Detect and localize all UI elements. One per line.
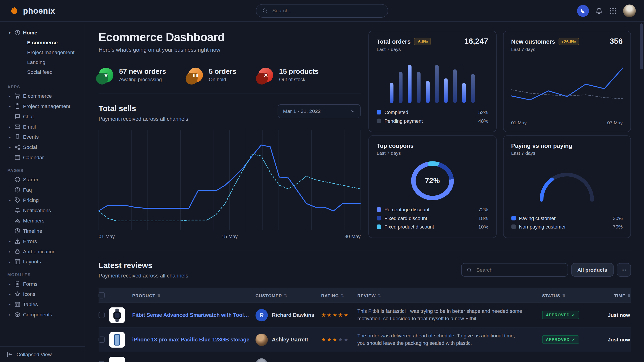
sidebar-subitem-landing[interactable]: Landing: [6, 57, 80, 67]
caret-down-icon[interactable]: ▾: [8, 31, 12, 35]
card-title: Total orders: [376, 38, 410, 45]
sidebar-item-faq[interactable]: Faq: [6, 185, 80, 195]
customer-avatar: [256, 333, 268, 346]
notifications-bell-icon[interactable]: [595, 7, 603, 14]
sidebar-item-chat[interactable]: Chat: [6, 111, 80, 121]
stat-caption: On hold: [209, 77, 236, 82]
sidebar-item-authentication[interactable]: ▸ Authentication: [6, 246, 80, 257]
sidebar-item-home[interactable]: ▾ Home: [6, 27, 80, 38]
product-thumbnail[interactable]: [109, 357, 125, 362]
column-header-product[interactable]: Product⇅: [132, 293, 256, 298]
total-sells-chart[interactable]: [99, 130, 361, 230]
sidebar-section-apps: APPS: [8, 84, 80, 89]
product-link[interactable]: Fitbit Sense Advanced Smartwatch with To…: [132, 312, 256, 318]
column-header-time[interactable]: Time⇅: [592, 293, 631, 298]
caret-right-icon[interactable]: ▸: [8, 292, 12, 296]
sidebar-item-label: E commerce: [23, 93, 52, 99]
caret-right-icon[interactable]: ▸: [8, 135, 12, 139]
date-range-select[interactable]: Mar 1 - 31, 2022: [278, 104, 361, 118]
row-checkbox[interactable]: [99, 337, 105, 343]
sidebar-section-modules: MODULES: [8, 273, 80, 277]
sidebar-item-social[interactable]: ▸ Social: [6, 142, 80, 152]
customer-cell[interactable]: Ashley Garrett: [256, 333, 321, 346]
collapse-sidebar-icon: [6, 351, 13, 358]
sidebar-item-icons[interactable]: ▸ Icons: [6, 289, 80, 299]
sidebar-item-label: Icons: [23, 291, 35, 297]
total-orders-bar-chart[interactable]: [376, 52, 488, 108]
sidebar-item-email[interactable]: ▸ Email: [6, 121, 80, 132]
main-content: Ecommerce Dashboard Here's what's going …: [85, 22, 644, 362]
customer-cell[interactable]: R Richard Dawkins: [256, 309, 321, 321]
caret-right-icon[interactable]: ▸: [8, 249, 12, 253]
column-header-status[interactable]: Status⇅: [538, 293, 592, 298]
search-input[interactable]: [272, 7, 382, 14]
product-thumbnail-phone[interactable]: [109, 332, 125, 348]
caret-right-icon[interactable]: ▸: [8, 198, 12, 202]
caret-right-icon[interactable]: ▸: [8, 239, 12, 243]
caret-right-icon[interactable]: ▸: [8, 94, 12, 98]
card-title: Paying vs non paying: [511, 142, 572, 149]
sidebar-subitem-social-feed[interactable]: Social feed: [6, 67, 80, 77]
caret-right-icon[interactable]: ▸: [8, 104, 12, 108]
collapsed-view-toggle[interactable]: Collapsed View: [0, 346, 84, 362]
sidebar-item-calendar[interactable]: Calendar: [6, 152, 80, 163]
chat-bubble-icon: [14, 113, 20, 120]
new-customers-chart[interactable]: [511, 55, 622, 118]
sidebar-subitem-project-management[interactable]: Project management: [6, 48, 80, 57]
sidebar-item-errors[interactable]: ▸ Errors: [6, 236, 80, 246]
row-checkbox[interactable]: [99, 361, 105, 362]
check-icon: ✓: [572, 338, 575, 342]
customer-avatar: [256, 358, 268, 362]
theme-toggle-button[interactable]: [577, 5, 589, 16]
sidebar-item-timeline[interactable]: Timeline: [6, 226, 80, 236]
paying-gauge-chart[interactable]: [511, 156, 622, 214]
select-all-checkbox[interactable]: [99, 292, 105, 299]
column-header-customer[interactable]: Customer⇅: [256, 293, 321, 298]
sidebar-subitem-ecommerce[interactable]: E commerce: [6, 38, 80, 48]
legend-swatch: [376, 207, 381, 212]
sidebar-item-layouts[interactable]: ▸ Layouts: [6, 257, 80, 267]
product-link[interactable]: iPhone 13 pro max-Pacific Blue-128GB sto…: [132, 337, 256, 343]
apps-grid-icon[interactable]: [609, 7, 617, 14]
caret-right-icon[interactable]: ▸: [8, 260, 12, 264]
sidebar-item-starter[interactable]: Starter: [6, 174, 80, 185]
caret-right-icon[interactable]: ▸: [8, 125, 12, 129]
row-checkbox[interactable]: [99, 312, 105, 318]
caret-right-icon[interactable]: ▸: [8, 313, 12, 317]
legend-swatch: [376, 110, 381, 114]
sidebar-item-ecommerce-app[interactable]: ▸ E commerce: [6, 91, 80, 101]
sidebar-item-members[interactable]: Members: [6, 216, 80, 226]
caret-right-icon[interactable]: ▸: [8, 282, 12, 286]
sidebar-item-tables[interactable]: ▸ Tables: [6, 299, 80, 310]
reviews-search[interactable]: [461, 263, 568, 277]
customer-name: Richard Dawkins: [272, 312, 314, 318]
sidebar-item-notifications[interactable]: Notifications: [6, 205, 80, 216]
scrollbar[interactable]: [640, 23, 643, 69]
sidebar-item-pricing[interactable]: ▸ Pricing: [6, 195, 80, 205]
more-options-button[interactable]: ⋯: [617, 263, 631, 277]
top-coupons-donut-chart[interactable]: 72%: [411, 161, 454, 200]
user-avatar[interactable]: [623, 4, 636, 17]
reviews-search-input[interactable]: [476, 267, 562, 273]
caret-right-icon[interactable]: ▸: [8, 302, 12, 306]
table-icon: [14, 301, 20, 308]
customer-cell[interactable]: [256, 358, 321, 362]
global-search[interactable]: [256, 4, 388, 17]
mail-icon: [14, 123, 20, 130]
sidebar-item-forms[interactable]: ▸ Forms: [6, 279, 80, 289]
page-subtitle: Here's what's going on at your business …: [99, 47, 361, 53]
latest-reviews-subtitle: Payment received across all channels: [99, 273, 188, 279]
phoenix-logo-icon: [9, 5, 19, 16]
sidebar-item-events[interactable]: ▸ Events: [6, 132, 80, 142]
file-icon: [14, 281, 20, 287]
card-period: Last 7 days: [511, 151, 622, 156]
column-header-review[interactable]: Review⇅: [357, 293, 538, 298]
product-thumbnail-watch[interactable]: [109, 307, 125, 323]
all-products-button[interactable]: All products: [571, 263, 613, 277]
caret-right-icon[interactable]: ▸: [8, 145, 12, 149]
sidebar-item-components[interactable]: ▸ Components: [6, 310, 80, 320]
column-header-rating[interactable]: Rating⇅: [321, 293, 357, 298]
sidebar-item-label: Events: [23, 134, 39, 140]
sidebar-item-project-management-app[interactable]: ▸ Project management: [6, 101, 80, 111]
brand[interactable]: phoenix: [9, 5, 55, 16]
